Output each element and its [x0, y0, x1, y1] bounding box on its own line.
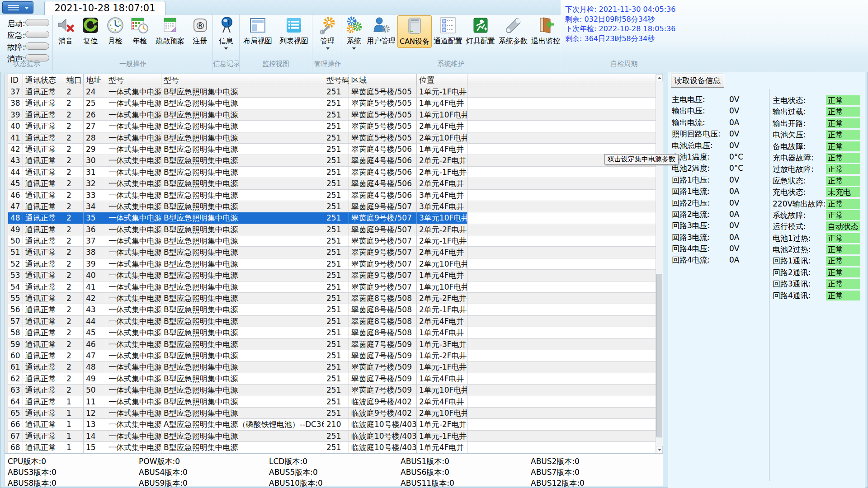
table-row[interactable]: 41通讯正常228一体式集中电源B型应急照明集中电源251翠茵庭5号楼/5052…: [8, 132, 656, 144]
column-header[interactable]: 区域: [349, 74, 417, 86]
button-label: 系统参数: [499, 37, 528, 46]
table-row[interactable]: 42通讯正常229一体式集中电源B型应急照明集中电源251翠茵庭4号楼/5061…: [8, 144, 656, 155]
column-header[interactable]: [467, 74, 656, 86]
column-header[interactable]: 端口: [64, 74, 84, 86]
evacuation-plan-button[interactable]: 疏散预案: [154, 15, 186, 47]
info-button[interactable]: 信息: [215, 15, 237, 51]
table-row[interactable]: 37通讯正常224一体式集中电源B型应急照明集中电源251翠茵庭5号楼/5051…: [8, 86, 656, 98]
measurement-label: 照明回路电压:: [672, 128, 721, 140]
table-row[interactable]: 68通讯正常115一体式集中电源B型应急照明集中电源251临波庭10号楼/403…: [8, 442, 656, 453]
user-manage-button[interactable]: 用户管理: [365, 15, 397, 47]
channel-config-button[interactable]: 通道配置: [432, 15, 464, 47]
column-header[interactable]: 型号码: [324, 74, 349, 86]
measurement-value: 0V: [729, 128, 739, 140]
column-header[interactable]: 型号: [161, 74, 324, 86]
table-cell: 54: [8, 282, 23, 293]
column-header[interactable]: ID: [8, 74, 23, 86]
mute-button[interactable]: 消音: [55, 15, 76, 47]
table-row[interactable]: 49通讯正常236一体式集中电源B型应急照明集中电源251翠茵庭9号楼/5072…: [8, 224, 656, 235]
table-row[interactable]: 63通讯正常250一体式集中电源B型应急照明集中电源251翠茵庭7号楼/5091…: [8, 385, 656, 396]
table-cell: 通讯正常: [23, 373, 64, 385]
annual-check-button[interactable]: 年检: [129, 15, 151, 47]
table-row[interactable]: 40通讯正常227一体式集中电源B型应急照明集中电源251翠茵庭5号楼/5052…: [8, 121, 656, 132]
table-row[interactable]: 38通讯正常225一体式集中电源B型应急照明集中电源251翠茵庭5号楼/5051…: [8, 98, 656, 109]
table-row[interactable]: 59通讯正常246一体式集中电源B型应急照明集中电源251翠茵庭7号楼/5091…: [8, 339, 656, 350]
table-cell: 2单元-1F电井: [417, 304, 467, 315]
table-cell: 1单元-1F电井: [417, 86, 467, 98]
scroll-down-arrow[interactable]: [656, 446, 663, 453]
can-device-button[interactable]: CAN设备: [397, 15, 432, 48]
read-device-info-button[interactable]: 读取设备信息: [671, 74, 724, 88]
measurement-row: 电池总电压:0V: [672, 140, 767, 151]
table-row-selected[interactable]: 48通讯正常235一体式集中电源B型应急照明集中电源251翠茵庭9号楼/5073…: [8, 212, 656, 224]
table-row[interactable]: 55通讯正常242一体式集中电源B型应急照明集中电源251翠茵庭8号楼/5082…: [8, 293, 656, 304]
table-cell: 一体式集中电源: [106, 442, 161, 453]
column-header[interactable]: 型号: [106, 74, 161, 86]
datetime-tab[interactable]: 2021-10-28 18:07:01: [44, 1, 165, 15]
table-row[interactable]: 44通讯正常231一体式集中电源B型应急照明集中电源251翠茵庭4号楼/5062…: [8, 167, 656, 178]
column-header[interactable]: 地址: [84, 74, 106, 86]
table-cell: 一体式集中电源: [106, 132, 161, 144]
reset-button[interactable]: 复位: [80, 15, 101, 47]
evacuation-plan-icon: [161, 16, 179, 34]
table-cell: B型应急照明集中电源: [161, 247, 324, 258]
scroll-up-arrow[interactable]: [656, 74, 663, 81]
table-cell: 2单元4F电井: [417, 121, 467, 132]
table-cell: 34: [84, 201, 106, 212]
table-row[interactable]: 62通讯正常249一体式集中电源B型应急照明集中电源251翠茵庭7号楼/5091…: [8, 373, 656, 385]
measurement-label: 电池2温度:: [672, 163, 710, 174]
table-cell: 翠茵庭7号楼/509: [349, 339, 417, 350]
svg-text:®: ®: [195, 20, 205, 31]
list-view-button[interactable]: 列表视图: [278, 15, 310, 47]
table-row[interactable]: 46通讯正常233一体式集中电源B型应急照明集中电源251翠茵庭4号楼/5063…: [8, 190, 656, 201]
table-cell: 37: [8, 86, 23, 98]
table-cell: 29: [84, 144, 106, 155]
table-cell: 一体式集中电源: [106, 247, 161, 258]
main-menu-button[interactable]: [2, 1, 33, 14]
table-row[interactable]: 51通讯正常238一体式集中电源B型应急照明集中电源251翠茵庭9号楼/5072…: [8, 247, 656, 258]
table-row[interactable]: 57通讯正常244一体式集中电源B型应急照明集中电源251翠茵庭8号楼/5082…: [8, 316, 656, 327]
table-row[interactable]: 43通讯正常230一体式集中电源B型应急照明集中电源251翠茵庭4号楼/5062…: [8, 155, 656, 166]
column-header[interactable]: 位置: [417, 74, 467, 86]
table-row[interactable]: 50通讯正常237一体式集中电源B型应急照明集中电源251翠茵庭9号楼/5072…: [8, 235, 656, 247]
table-row[interactable]: 58通讯正常245一体式集中电源B型应急照明集中电源251翠茵庭8号楼/5081…: [8, 327, 656, 338]
table-cell: 通讯正常: [23, 282, 64, 293]
table-cell-empty: [467, 385, 656, 396]
column-header[interactable]: 通讯状态: [23, 74, 64, 86]
table-row[interactable]: 56通讯正常243一体式集中电源B型应急照明集中电源251翠茵庭8号楼/5082…: [8, 304, 656, 315]
vertical-scrollbar[interactable]: [656, 74, 663, 453]
table-cell-empty: [467, 361, 656, 373]
status-row: 备电故障:正常: [773, 141, 864, 152]
table-cell: 36: [84, 224, 106, 235]
table-row[interactable]: 67通讯正常114一体式集中电源B型应急照明集中电源251临波庭10号楼/403…: [8, 431, 656, 442]
table-cell: 42: [84, 293, 106, 304]
table-row[interactable]: 64通讯正常111一体式集中电源B型应急照明集中电源251临波庭9号楼/4022…: [8, 396, 656, 408]
layout-view-button[interactable]: 布局视图: [241, 15, 274, 47]
status-label: 电池2过热:: [773, 244, 811, 255]
scrollbar-thumb[interactable]: [656, 274, 662, 437]
exit-monitor-button[interactable]: 退出监控: [529, 15, 562, 47]
table-cell: B型应急照明集中电源: [161, 361, 324, 373]
table-cell-empty: [467, 201, 656, 212]
status-indicator-group: 启动: 应急: 故障: 消声: 状态提示: [1, 14, 53, 71]
table-row[interactable]: 66通讯正常113一体式集中电源A型应急照明集中电源（磷酸铁锂电池）--DC36…: [8, 419, 656, 430]
table-row[interactable]: 54通讯正常241一体式集中电源B型应急照明集中电源251翠茵庭9号楼/5071…: [8, 282, 656, 293]
table-cell: 251: [324, 361, 349, 373]
table-row[interactable]: 39通讯正常226一体式集中电源B型应急照明集中电源251翠茵庭5号楼/5051…: [8, 109, 656, 121]
manage-button[interactable]: 管理: [317, 15, 339, 51]
table-row[interactable]: 61通讯正常248一体式集中电源B型应急照明集中电源251翠茵庭7号楼/5091…: [8, 361, 656, 373]
table-row[interactable]: 65通讯正常112一体式集中电源B型应急照明集中电源251临波庭9号楼/4022…: [8, 408, 656, 419]
system-params-button[interactable]: 系统参数: [497, 15, 529, 47]
table-row[interactable]: 47通讯正常234一体式集中电源B型应急照明集中电源251翠茵庭9号楼/5073…: [8, 201, 656, 212]
monthly-check-button[interactable]: 月检: [104, 15, 126, 47]
table-cell: 翠茵庭4号楼/506: [349, 155, 417, 166]
register-button[interactable]: ® 注册: [189, 15, 211, 47]
table-row[interactable]: 60通讯正常247一体式集中电源B型应急照明集中电源251翠茵庭7号楼/5091…: [8, 350, 656, 361]
system-button[interactable]: 系统: [343, 15, 365, 51]
table-row[interactable]: 45通讯正常232一体式集中电源B型应急照明集中电源251翠茵庭4号楼/5062…: [8, 178, 656, 189]
table-cell: B型应急照明集中电源: [161, 132, 324, 144]
lamp-config-button[interactable]: 灯具配置: [464, 15, 497, 47]
measurement-value: 0A: [729, 186, 739, 197]
table-row[interactable]: 52通讯正常239一体式集中电源B型应急照明集中电源251翠茵庭9号楼/5072…: [8, 258, 656, 270]
table-row[interactable]: 53通讯正常240一体式集中电源B型应急照明集中电源251翠茵庭9号楼/5071…: [8, 270, 656, 281]
